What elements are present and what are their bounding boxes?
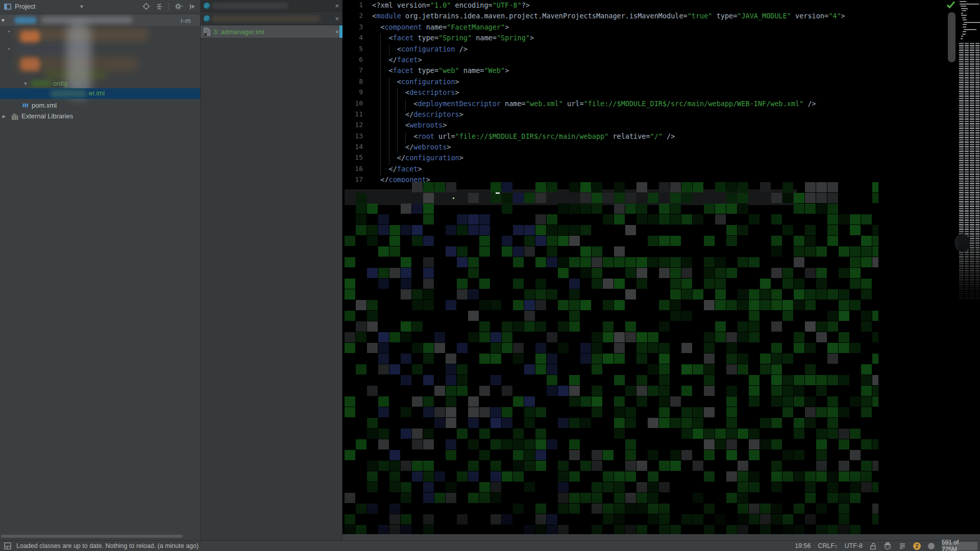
minimap-line xyxy=(962,17,966,18)
library-icon xyxy=(11,113,19,120)
chevron-down-icon[interactable]: ▼ xyxy=(79,4,84,9)
code-editor[interactable]: 123456789101112131415161718 <?xml versio… xyxy=(342,0,980,534)
code-token: relative= xyxy=(608,132,650,140)
line-number: 6 xyxy=(342,56,363,66)
code-token: "JAVA_MODULE" xyxy=(737,12,791,20)
indent-guide xyxy=(380,45,381,56)
minimap-line xyxy=(963,19,966,20)
code-token: <?xml version= xyxy=(372,1,430,9)
close-icon[interactable]: × xyxy=(335,15,339,22)
indent-guide xyxy=(389,154,389,164)
hide-panel-button[interactable] xyxy=(189,3,196,10)
unlock-icon[interactable] xyxy=(870,542,876,550)
tree-item-pom-xml[interactable]: m pom.xml xyxy=(0,100,200,111)
tree-item-config[interactable]: ▼ onfig xyxy=(0,78,200,89)
code-token: name= xyxy=(472,34,497,42)
notification-count-badge[interactable]: 2 xyxy=(913,542,921,550)
close-icon[interactable]: × xyxy=(335,3,339,9)
code-token: "web" xyxy=(438,66,459,74)
code-token: type= xyxy=(713,12,738,20)
tree-item-label: onfig xyxy=(53,80,67,87)
code-token: > xyxy=(505,23,509,31)
code-token: </ xyxy=(372,56,397,64)
minimap-line xyxy=(961,8,968,9)
minimap-line xyxy=(960,4,979,5)
editor-minimap[interactable] xyxy=(959,0,980,337)
code-token: version= xyxy=(791,12,828,20)
editor-tab-1[interactable]: × xyxy=(201,0,342,12)
code-token: < xyxy=(372,88,409,96)
editor-tab-2[interactable]: × xyxy=(201,13,342,25)
indent-guide xyxy=(397,88,398,99)
settings-gear-button[interactable] xyxy=(175,3,183,10)
minimap-line xyxy=(964,22,980,23)
indent-guide xyxy=(380,143,381,154)
line-number: 16 xyxy=(342,165,363,176)
code-token: org.jetbrains.idea.maven.project.MavenPr… xyxy=(401,12,688,20)
code-token: > xyxy=(459,110,463,118)
project-panel-header: Project ▼ xyxy=(0,0,200,13)
ide-window: Project ▼ ▼ xyxy=(0,0,980,551)
code-token: > xyxy=(459,154,463,162)
code-token: > xyxy=(505,66,509,74)
indent-guide xyxy=(389,121,389,132)
indent-guide xyxy=(389,88,389,99)
code-token: facet xyxy=(397,165,418,173)
code-line: <facet type="web" name="Web"> xyxy=(372,66,845,77)
tree-item-selected-iml[interactable]: er.iml xyxy=(0,88,200,99)
project-tree[interactable]: ▼ r-m ▸ ▸ ▼ onfig xyxy=(0,13,200,540)
memory-indicator[interactable]: 591 of 725M xyxy=(942,542,977,550)
code-line: </facet> xyxy=(372,56,845,66)
project-horizontal-scrollbar[interactable] xyxy=(1,535,183,538)
line-number: 9 xyxy=(342,88,363,99)
code-token: configuration xyxy=(401,45,455,53)
minimap-line xyxy=(961,38,963,39)
code-token: > xyxy=(418,56,422,64)
code-token: > xyxy=(455,78,459,86)
inspection-profile-icon[interactable] xyxy=(884,542,892,550)
line-number: 10 xyxy=(342,99,363,110)
caret-position-widget[interactable]: 19:56 xyxy=(795,542,811,549)
obscured-tab-title xyxy=(212,3,288,9)
inspections-ok-check-icon[interactable] xyxy=(946,1,955,9)
code-token: > xyxy=(841,12,845,20)
collapse-all-button[interactable] xyxy=(156,3,163,10)
code-token: </ xyxy=(372,143,413,151)
code-token: < xyxy=(372,78,401,86)
event-log-icon[interactable] xyxy=(899,542,906,549)
encoding-widget[interactable]: UTF-8 xyxy=(845,542,863,549)
minimap-line xyxy=(964,29,976,30)
locate-file-button[interactable] xyxy=(142,3,150,10)
indent-guide xyxy=(380,154,381,164)
code-token: name= xyxy=(422,23,447,31)
collapse-chevron-icon[interactable]: ▼ xyxy=(22,81,29,86)
indent-guide xyxy=(397,121,398,132)
code-token: > xyxy=(418,165,422,173)
expand-chevron-icon[interactable]: ▶ xyxy=(1,114,7,119)
code-area[interactable]: <?xml version="1.0" encoding="UTF-8"?><m… xyxy=(372,1,845,197)
line-separator-widget[interactable]: CRLF↕ xyxy=(818,542,837,549)
indent-guide xyxy=(380,78,381,88)
code-token: url= xyxy=(563,99,584,108)
code-token: < xyxy=(372,23,384,31)
code-token: encoding= xyxy=(451,1,492,9)
code-token: "/" xyxy=(650,132,663,140)
tool-window-switcher-icon[interactable] xyxy=(4,542,11,549)
editor-scrollbar-thumb[interactable] xyxy=(948,12,955,62)
code-token: type= xyxy=(413,66,438,74)
code-token: < xyxy=(372,12,376,20)
code-token: > xyxy=(443,121,447,129)
minimap-line xyxy=(963,31,966,32)
tree-item-external-libraries[interactable]: ▶ External Libraries xyxy=(0,111,200,121)
editor-tab-active-admanager-iml[interactable]: 3: admanager.iml × xyxy=(201,26,342,38)
project-root-row[interactable]: ▼ r-m xyxy=(0,15,200,26)
indent-guide xyxy=(380,56,381,66)
collapse-chevron-icon[interactable]: ▼ xyxy=(0,18,6,23)
code-token: component xyxy=(384,23,422,31)
indicator-dot-icon[interactable] xyxy=(928,543,935,549)
indent-guide xyxy=(389,99,389,110)
close-icon[interactable]: × xyxy=(335,29,339,35)
obscured-root-name xyxy=(41,17,133,23)
code-token: configuration xyxy=(401,78,455,86)
obscured-root-icon xyxy=(14,17,37,24)
